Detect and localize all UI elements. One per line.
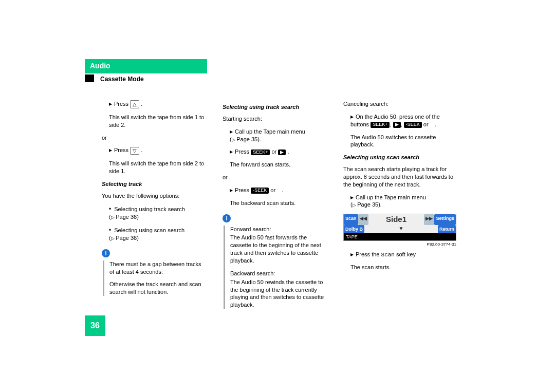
body-text: The scan search starts playing a track f…: [343, 165, 456, 189]
body-text: You have the following options:: [102, 192, 207, 200]
column-2: Selecting using track search Starting se…: [223, 100, 328, 315]
up-button-icon: △: [130, 100, 139, 108]
page-subtitle: Cassette Mode: [100, 74, 144, 83]
info-text: The Audio 50 rewinds the cassette to the…: [230, 278, 328, 309]
step: Press ▽ .: [102, 146, 207, 155]
manual-page: Audio Cassette Mode Press △ . This will …: [0, 0, 555, 392]
info-text: There must be a gap between tracks of at…: [109, 260, 207, 276]
info-icon: i: [102, 249, 110, 257]
subheading: Selecting using track search: [223, 103, 328, 111]
fwd-key-icon: ▶: [393, 122, 401, 128]
step: Press △ .: [102, 100, 207, 108]
seek-minus-key: -SEEK: [251, 188, 269, 194]
info-icon: i: [223, 214, 231, 222]
step: Call up the Tape main menu(Page 35).: [223, 128, 328, 143]
seek-plus-key: SEEK+: [371, 122, 390, 128]
body-text: The Audio 50 switches to cassette playba…: [343, 134, 456, 149]
down-button-icon: ▽: [130, 147, 139, 155]
info-text: The Audio 50 fast forwards the cassette …: [230, 234, 328, 264]
figure-code: P82.60-3774-31: [343, 242, 456, 248]
list-item: Selecting using scan search(Page 36): [102, 226, 207, 242]
rewind-icon: ◀◀: [358, 214, 368, 225]
column-3: Canceling search: On the Audio 50, press…: [343, 100, 456, 315]
softkey-settings: Settings: [434, 214, 456, 225]
ffwd-icon: ▶▶: [424, 214, 434, 225]
step: Press -SEEK or .: [223, 186, 328, 194]
display-side: Side1: [368, 214, 424, 225]
step: On the Audio 50, press one of the button…: [343, 113, 456, 128]
info-box: Forward search: The Audio 50 fast forwar…: [224, 226, 328, 309]
subheading: Selecting track: [102, 180, 207, 188]
spacer: ▼: [364, 225, 438, 233]
or-label: or: [102, 134, 207, 142]
section-title: Audio: [85, 59, 207, 73]
seek-minus-key: -SEEK: [404, 122, 422, 128]
body-text: The forward scan starts.: [223, 161, 328, 169]
softkey-return: Return: [438, 225, 456, 233]
or-label: or: [223, 174, 328, 181]
display-figure: Scan ◀◀ Side1 ▶▶ Settings Dolby B ▼ Retu…: [343, 214, 456, 241]
column-1: Press △ . This will switch the tape from…: [102, 100, 207, 315]
info-box: There must be a gap between tracks of at…: [103, 260, 207, 296]
body-text: The scan starts.: [343, 264, 456, 271]
body-text: Starting search:: [223, 115, 328, 123]
page-header: Audio Cassette Mode: [85, 59, 207, 83]
softkey-scan: Scan: [344, 214, 358, 225]
subheading: Selecting using scan search: [343, 154, 456, 161]
fwd-key-icon: ▶: [278, 150, 286, 156]
list-item: Selecting using track search(Page 36): [102, 205, 207, 221]
page-number: 36: [85, 315, 105, 336]
step: Press the Scan soft key.: [343, 251, 456, 259]
subtitle-marker: [85, 74, 94, 82]
body-text: This will switch the tape from side 1 to…: [102, 114, 207, 129]
display-source: TAPE: [344, 233, 456, 240]
step: Call up the Tape main menu(Page 35).: [343, 194, 456, 209]
content-area: Press △ . This will switch the tape from…: [102, 100, 474, 315]
seek-plus-key: SEEK+: [251, 150, 270, 156]
body-text: This will switch the tape from side 2 to…: [102, 160, 207, 175]
body-text: Canceling search:: [343, 100, 456, 108]
info-text: Otherwise the track search and scan sear…: [109, 281, 207, 296]
info-subtitle: Backward search:: [230, 270, 328, 277]
softkey-dolby: Dolby B: [344, 225, 364, 233]
body-text: The backward scan starts.: [223, 199, 328, 207]
info-subtitle: Forward search:: [230, 226, 328, 233]
step: Press SEEK+ or ▶ .: [223, 148, 328, 156]
